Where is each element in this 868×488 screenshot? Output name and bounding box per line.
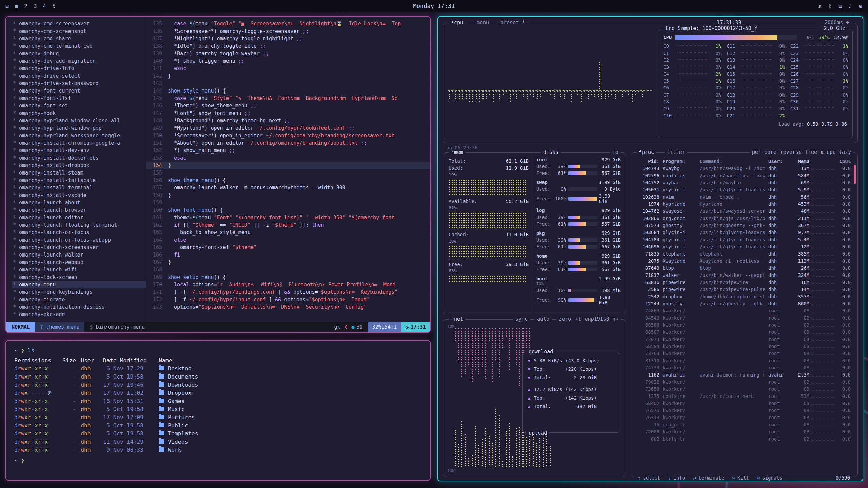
process-row[interactable]: 1162 avahi-da avahi-daemon: running [ av… [631,371,857,379]
code-line[interactable]: 156show_theme_menu() { [146,177,430,184]
code-line[interactable]: 155 [146,169,430,177]
auto-button[interactable]: auto [535,316,552,322]
file-item[interactable]: *omarchy-cmd-screenshot [12,27,146,35]
process-row[interactable]: 63816 pipewire /usr/bin/pipewire dhh 16M… [631,279,857,286]
workspace-item[interactable]: 2 [24,3,27,9]
process-row[interactable]: 68584 kworker/ root 0B 0.0 [631,343,857,350]
workspace-item[interactable]: ■ [15,3,18,9]
code-line[interactable]: 147 *Font*) show_font_menu ;; [146,109,430,117]
proc-footer-action[interactable]: ⌦signals [755,475,784,481]
process-row[interactable]: 2542 dropbox /home/dhh/.dropbox-dist dhh… [631,293,857,300]
file-item[interactable]: *omarchy-install-dev-env [12,147,146,154]
code-line[interactable]: 154} [146,162,430,169]
code-line[interactable]: 135 case $(menu "Toggle" "▣ Screensaver\… [146,20,430,27]
process-row[interactable]: 73703 kworker/ root 0B 0.0 [631,350,857,357]
file-item[interactable]: *omarchy-install-chromium-google-a [12,139,146,147]
code-line[interactable]: 140 *) show_trigger_menu ;; [146,57,430,65]
tray-icon[interactable]: ⇵ [818,3,822,9]
process-row[interactable]: 103684 glycin-i /usr/lib/glycin-loaders … [631,229,857,236]
process-row[interactable]: 104762 swayosd- /usr/bin/swayosd-server … [631,208,857,215]
code-line[interactable]: 161 theme=$(menu "Font" "$(omarchy-font-… [146,214,430,221]
process-row[interactable]: 2586 pipewire /usr/bin/pipewire-pulse dh… [631,286,857,293]
file-item[interactable]: *omarchy-launch-about [12,199,146,206]
code-line[interactable]: 144show_style_menu() { [146,87,430,95]
file-item[interactable]: *omarchy-launch-walker [12,251,146,259]
process-row[interactable]: 71837 walker /usr/bin/walker --gappl dhh… [631,272,857,279]
scrollbar-thumb[interactable] [854,165,856,184]
file-item[interactable]: *omarchy-cmd-share [12,35,146,42]
code-line[interactable]: 138 *Idle*) omarchy-toggle-idle ;; [146,42,430,50]
code-line[interactable]: 173 options="$options\n⊞ Defaults\n⊕ DNS… [146,303,430,311]
process-row[interactable]: 102866 org.gnom /usr/bin/gjs /usr/lib/o … [631,215,857,222]
code-line[interactable]: 143 [146,80,430,87]
code-line[interactable]: 168 [146,266,430,273]
reverse-button[interactable]: reverse [778,149,804,155]
tree-button[interactable]: tree [803,149,820,155]
process-row[interactable]: 76575 kworker/ root 0B 0.0 [631,407,857,414]
code-line[interactable]: 158} [146,191,430,199]
code-line[interactable]: 162 if [[ "$theme" == "CNCLD" || -z "$th… [146,221,430,229]
file-item[interactable]: *omarchy-launch-wifi [12,266,146,273]
code-line[interactable]: 142} [146,72,430,80]
process-row[interactable]: 105031 glycin-i /usr/lib/glycin-loaders … [631,186,857,194]
code-line[interactable]: 170 local options="♪ Audio\n∿ Wifi\nᛒ Bl… [146,281,430,288]
code-line[interactable]: 166 fi [146,251,430,259]
code-line[interactable]: 149 *Hyprland*) open_in_editor ~/.config… [146,124,430,132]
code-line[interactable]: 157 omarchy-launch-walker -m menus:omarc… [146,184,430,191]
file-item[interactable]: *omarchy-install-docker-dbs [12,154,146,162]
file-item[interactable]: *omarchy-menu [12,281,146,288]
workspace-item[interactable]: ⊞ [5,3,9,9]
process-row[interactable]: 76313 kworker/ root 0B 0.0 [631,414,857,421]
file-item[interactable]: *omarchy-font-current [12,87,146,95]
file-item[interactable]: *omarchy-drive-select [12,72,146,80]
io-tab[interactable]: io [610,149,621,155]
code-line[interactable]: 150 *Screensaver*) open_in_editor ~/.con… [146,132,430,139]
process-row[interactable]: 87649 btop btop dhh 26M 0.0 [631,265,857,272]
process-row[interactable]: 68587 kworker/ root 0B 0.0 [631,329,857,336]
file-item[interactable]: *omarchy-menu-keybindings [12,288,146,296]
interval-control[interactable]: - 2000ms + [816,20,851,26]
code-line[interactable]: 139 *Bar*) omarchy-toggle-waybar ;; [146,50,430,57]
process-row[interactable]: 81310 kworker/ root 0B 0.0 [631,357,857,364]
process-row[interactable]: 2075 Xwayland Xwayland :1 -rootless - dh… [631,258,857,265]
proc-footer-action[interactable]: ↓info [666,475,687,481]
process-row[interactable]: 102638 nvim nvim --embed . dhh 56M 0.0 [631,194,857,201]
process-row[interactable]: 16 rcu_pree root 0B 0.0 [631,421,857,428]
code-line[interactable]: 137 *Nightlight*) omarchy-toggle-nightli… [146,35,430,42]
file-item[interactable]: *omarchy-install-tailscale [12,177,146,184]
tray-icon[interactable]: ♪ [849,3,852,9]
filter-button[interactable]: filter [664,149,687,155]
file-item[interactable]: *omarchy-launch-screensaver [12,244,146,251]
process-row[interactable]: 79032 kworker/ root 0B 0.0 [631,379,857,386]
file-item[interactable]: *omarchy-launch-or-focus-webapp [12,236,146,244]
code-line[interactable]: 148 *Background*) omarchy-theme-bg-next … [146,117,430,124]
proc-footer-action[interactable]: ⌫Kill [730,475,751,481]
file-item[interactable]: *omarchy-launch-webapp [12,259,146,266]
file-item[interactable]: *omarchy-debug [12,50,146,57]
process-row[interactable]: 104752 waybar /usr/bin/waybar dhh 69M 0.… [631,179,857,186]
process-row[interactable]: 102796 nautilus /usr/bin/nautilus --new … [631,172,857,179]
workspace-item[interactable]: 4 [43,3,46,9]
file-item[interactable]: *omarchy-drive-set-password [12,80,146,87]
code-line[interactable]: 172 [ -f ~/.config/hypr/input.conf ] && … [146,296,430,303]
file-item[interactable]: *omarchy-hyprland-window-close-all [12,117,146,124]
workspace-item[interactable]: 3 [34,3,37,9]
iface-selector[interactable]: ←b enp191s0 n→ [573,316,621,322]
code-line[interactable]: 159 [146,199,430,206]
file-item[interactable]: *omarchy-install-vscode [12,191,146,199]
code-line[interactable]: 146 *Theme*) show_theme_menu ;; [146,102,430,109]
zero-button[interactable]: zero [556,316,573,322]
process-row[interactable]: 74869 kworker/ root 0B 0.0 [631,307,857,314]
file-item[interactable]: *omarchy-launch-floating-terminal- [12,221,146,229]
proc-footer-action[interactable]: ↑select [636,475,662,481]
file-item[interactable]: *omarchy-notification-dismiss [12,303,146,311]
file-item[interactable]: *omarchy-lock-screen [12,273,146,281]
process-row[interactable]: 72088 kworker/ root 0B 0.0 [631,428,857,435]
file-item[interactable]: *omarchy-install-dropbox [12,162,146,169]
terminal-window[interactable]: ~ ❯ ls PermissionsSizeUserDate ModifiedN… [5,340,431,481]
process-row[interactable]: 104784 glycin-i /usr/lib/glycin-loaders … [631,236,857,243]
code-line[interactable]: 171 [ -f ~/.config/hypr/bindings.conf ] … [146,288,430,296]
code-line[interactable]: 163 back_to show_style_menu [146,229,430,236]
code-line[interactable]: 169show_setup_menu() { [146,273,430,281]
per-core-button[interactable]: per-core [750,149,779,155]
